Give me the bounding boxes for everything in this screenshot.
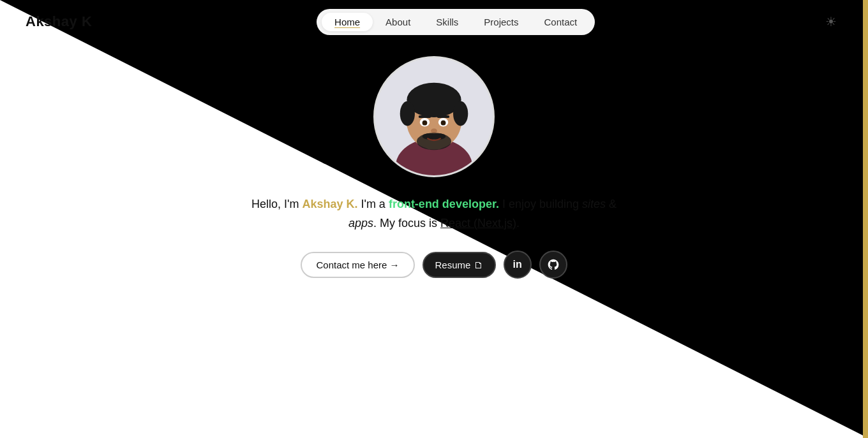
github-icon [547, 258, 560, 271]
role-highlight: front-end developer. [389, 198, 499, 210]
intro-text: Hello, I'm Akshay K. I'm a front-end dev… [249, 195, 619, 233]
button-row: Contact me here → Resume 🗋 in [301, 251, 567, 279]
theme-toggle-button[interactable]: ☀ [819, 10, 842, 33]
svg-point-6 [453, 101, 468, 126]
nav-contact[interactable]: Contact [532, 13, 590, 31]
nav-skills[interactable]: Skills [423, 13, 471, 31]
name-highlight: Akshay K. [302, 198, 357, 210]
svg-rect-7 [419, 115, 431, 118]
svg-point-4 [407, 83, 461, 117]
sun-icon: ☀ [825, 14, 837, 29]
focus-suffix: . [516, 217, 520, 230]
nav-links: Home About Skills Projects Contact [317, 9, 595, 35]
mouse-icon [387, 304, 404, 330]
svg-point-16 [431, 133, 445, 140]
nav-home[interactable]: Home [322, 13, 373, 31]
svg-point-12 [441, 120, 446, 126]
brand-logo: Akshay K [26, 13, 92, 30]
navbar: Akshay K Home About Skills Projects Cont… [0, 0, 868, 43]
nav-projects[interactable]: Projects [471, 13, 531, 31]
nav-about[interactable]: About [373, 13, 423, 31]
focus-link: React (Next.js) [440, 217, 516, 230]
intro-prefix: Hello, I'm [251, 198, 302, 210]
scroll-down[interactable]: Scroll Down ↓ [387, 304, 481, 330]
linkedin-icon: in [513, 259, 521, 270]
intro-mid: I'm a [357, 198, 388, 210]
svg-rect-8 [437, 115, 449, 118]
focus-prefix: . My focus is [373, 217, 440, 230]
italic2: apps [348, 217, 373, 230]
mouse-dot [394, 309, 396, 314]
github-button[interactable] [539, 251, 567, 279]
hero-section: Hello, I'm Akshay K. I'm a front-end dev… [0, 43, 868, 330]
resume-button[interactable]: Resume 🗋 [423, 252, 496, 278]
intro-suffix: I enjoy building [499, 198, 582, 210]
avatar [373, 56, 495, 177]
contact-button[interactable]: Contact me here → [301, 252, 414, 278]
scroll-down-label: Scroll Down ↓ [410, 310, 481, 324]
amp: & [606, 198, 617, 210]
svg-point-5 [400, 101, 415, 126]
gold-bar [863, 0, 868, 438]
svg-point-13 [431, 128, 437, 133]
svg-point-11 [423, 120, 428, 126]
linkedin-button[interactable]: in [504, 251, 532, 279]
avatar-image [375, 58, 493, 175]
italic1: sites [582, 198, 606, 210]
